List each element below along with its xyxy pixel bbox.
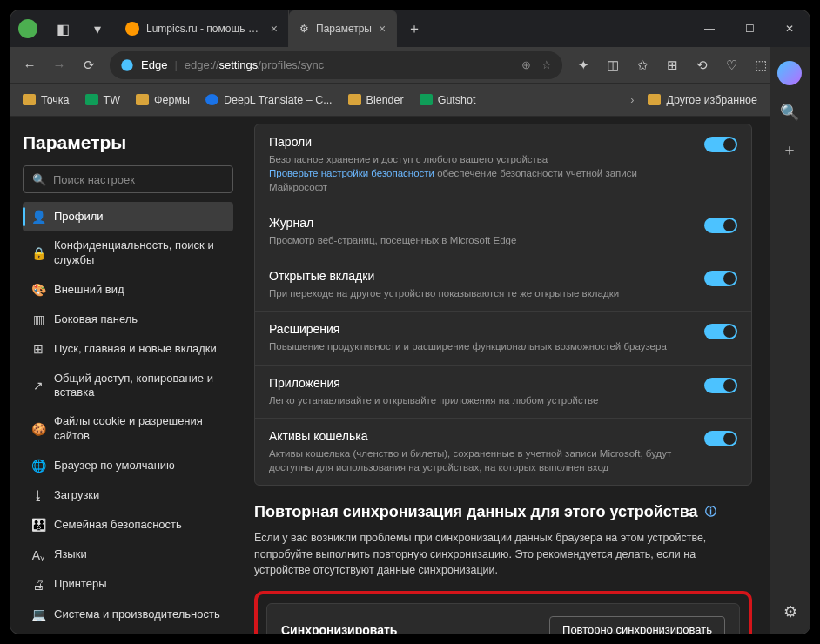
toggle-switch[interactable] bbox=[704, 218, 737, 233]
svg-point-0 bbox=[121, 59, 132, 70]
star-icon[interactable]: ☆ bbox=[541, 58, 552, 71]
tab-actions-icon[interactable]: ▾ bbox=[80, 10, 115, 47]
close-icon[interactable]: × bbox=[271, 22, 278, 36]
toggle-switch[interactable] bbox=[704, 431, 737, 446]
sidebar-item[interactable]: AᵧЯзыки bbox=[23, 540, 233, 570]
other-bookmarks[interactable]: Другое избранное bbox=[648, 94, 757, 106]
settings-gear-icon[interactable]: ⚙ bbox=[783, 602, 797, 621]
sidebar-icon: 💻 bbox=[31, 607, 45, 622]
sidebar-item[interactable]: 🍪Файлы cookie и разрешения сайтов bbox=[23, 407, 233, 451]
sidebar-icon: 👪 bbox=[31, 517, 45, 533]
toggle-switch[interactable] bbox=[704, 137, 737, 152]
rewards-icon[interactable]: ♡ bbox=[723, 57, 740, 73]
bookmark-item[interactable]: Фермы bbox=[136, 94, 190, 106]
sidebar-item[interactable]: ↺Сбросить настройки bbox=[23, 629, 233, 634]
new-tab-button[interactable]: ＋ bbox=[397, 10, 432, 47]
resync-description: Если у вас возникли проблемы при синхрон… bbox=[254, 530, 752, 579]
sidebar-item[interactable]: 🎨Внешний вид bbox=[23, 275, 233, 305]
sync-desc: Активы кошелька (членство и билеты), сох… bbox=[269, 446, 694, 474]
settings-search[interactable]: 🔍 Поиск настроек bbox=[23, 165, 233, 193]
bookmark-item[interactable]: Gutshot bbox=[420, 94, 476, 106]
sidebar-icon: 👤 bbox=[31, 209, 45, 225]
history-icon[interactable]: ⟲ bbox=[693, 57, 710, 73]
chevron-right-icon[interactable]: › bbox=[630, 94, 634, 106]
browser-essentials-icon[interactable]: ⬚ bbox=[752, 57, 770, 73]
sidebar-icon: Aᵧ bbox=[31, 547, 45, 563]
resync-label: Синхронизировать bbox=[281, 623, 397, 634]
sidebar-icon: 🖨 bbox=[31, 577, 45, 593]
close-icon[interactable]: × bbox=[379, 22, 386, 36]
main-panel: ПаролиБезопасное хранение и доступ с люб… bbox=[245, 117, 770, 634]
sync-title: Активы кошелька bbox=[269, 429, 694, 443]
tab-title: Параметры bbox=[316, 23, 372, 35]
bookmarks-bar: Точка TW Фермы DeepL Translate – C... Bl… bbox=[10, 84, 770, 117]
sync-desc: Просмотр веб-страниц, посещенных в Micro… bbox=[269, 233, 694, 247]
sync-row: ПаролиБезопасное хранение и доступ с люб… bbox=[255, 124, 751, 205]
sidebar-icon: ↗ bbox=[31, 378, 45, 393]
sync-desc: Безопасное хранение и доступ с любого ва… bbox=[269, 152, 694, 194]
tab-lumpics[interactable]: Lumpics.ru - помощь с компью × bbox=[115, 10, 289, 47]
sidebar-icon: ⊞ bbox=[31, 341, 45, 357]
settings-sidebar: Параметры 🔍 Поиск настроек 👤Профили🔒Конф… bbox=[10, 117, 245, 634]
sync-title: Открытые вкладки bbox=[269, 269, 694, 283]
gear-icon: ⚙ bbox=[299, 23, 309, 35]
sidebar-icon: 🍪 bbox=[31, 421, 45, 437]
minimize-button[interactable]: — bbox=[689, 10, 729, 47]
sync-title: Расширения bbox=[269, 322, 694, 336]
sidebar-item[interactable]: 👪Семейная безопасность bbox=[23, 510, 233, 540]
favorites-icon[interactable]: ✩ bbox=[634, 57, 651, 73]
bookmark-item[interactable]: DeepL Translate – C... bbox=[205, 94, 333, 106]
sidebar-strip: 🔍 ＋ bbox=[770, 47, 810, 634]
workspaces-icon[interactable]: ◧ bbox=[45, 10, 80, 47]
resync-button[interactable]: Повторно синхронизировать bbox=[549, 616, 725, 634]
toggle-switch[interactable] bbox=[704, 324, 737, 339]
bookmark-item[interactable]: Blender bbox=[348, 94, 404, 106]
sync-desc: При переходе на другое устройство показы… bbox=[269, 286, 694, 300]
add-icon[interactable]: ＋ bbox=[782, 139, 797, 160]
sidebar-item[interactable]: 👤Профили bbox=[23, 202, 233, 231]
search-icon[interactable]: ⊕ bbox=[521, 58, 531, 71]
sync-row: ЖурналПросмотр веб-страниц, посещенных в… bbox=[255, 205, 751, 258]
search-icon[interactable]: 🔍 bbox=[780, 103, 799, 122]
info-icon[interactable]: ⓘ bbox=[705, 504, 716, 520]
refresh-button[interactable]: ⟳ bbox=[80, 57, 97, 73]
forward-button[interactable]: → bbox=[50, 57, 68, 72]
address-bar[interactable]: Edge | edge://settings/profiles/sync ⊕ ☆ bbox=[110, 51, 562, 79]
search-icon: 🔍 bbox=[32, 173, 46, 186]
extensions-icon[interactable]: ✦ bbox=[575, 57, 592, 73]
toggle-switch[interactable] bbox=[704, 378, 737, 393]
toolbar: ← → ⟳ Edge | edge://settings/profiles/sy… bbox=[10, 47, 810, 84]
bookmark-item[interactable]: Точка bbox=[23, 94, 70, 106]
sidebar-icon: 🌐 bbox=[31, 458, 45, 473]
maximize-button[interactable]: ☐ bbox=[729, 10, 770, 47]
sidebar-item[interactable]: 🌐Браузер по умолчанию bbox=[23, 451, 233, 480]
page-title: Параметры bbox=[23, 132, 233, 153]
close-button[interactable]: ✕ bbox=[770, 10, 810, 47]
split-icon[interactable]: ◫ bbox=[604, 57, 622, 73]
sidebar-item[interactable]: ⭳Загрузки bbox=[23, 480, 233, 510]
resync-highlight: Синхронизировать Повторно синхронизирова… bbox=[254, 591, 752, 634]
collections-icon[interactable]: ⊞ bbox=[663, 57, 681, 73]
toggle-switch[interactable] bbox=[704, 271, 737, 286]
sidebar-item[interactable]: ⊞Пуск, главная и новые вкладки bbox=[23, 334, 233, 364]
sync-row: Открытые вкладкиПри переходе на другое у… bbox=[255, 258, 751, 312]
favicon-icon bbox=[125, 22, 139, 36]
sidebar-item[interactable]: 💻Система и производительность bbox=[23, 600, 233, 629]
sidebar-icon: 🎨 bbox=[31, 282, 45, 298]
tab-settings[interactable]: ⚙ Параметры × bbox=[289, 10, 397, 47]
sync-desc: Легко устанавливайте и открывайте прилож… bbox=[269, 393, 694, 407]
back-button[interactable]: ← bbox=[21, 57, 38, 72]
sidebar-item[interactable]: ↗Общий доступ, копирование и вставка bbox=[23, 365, 233, 408]
sidebar-item[interactable]: 🔒Конфиденциальность, поиск и службы bbox=[23, 231, 233, 275]
sidebar-icon: 🔒 bbox=[31, 245, 45, 261]
sync-title: Приложения bbox=[269, 376, 694, 390]
sidebar-item[interactable]: ▥Боковая панель bbox=[23, 305, 233, 334]
edge-icon bbox=[120, 58, 134, 72]
security-link[interactable]: Проверьте настройки безопасности bbox=[269, 168, 434, 178]
sidebar-icon: ⭳ bbox=[31, 487, 45, 503]
sidebar-icon: ▥ bbox=[31, 312, 45, 327]
sidebar-item[interactable]: 🖨Принтеры bbox=[23, 570, 233, 600]
copilot-icon[interactable] bbox=[777, 61, 802, 85]
bookmark-item[interactable]: TW bbox=[85, 94, 120, 106]
profile-avatar[interactable] bbox=[10, 10, 45, 47]
